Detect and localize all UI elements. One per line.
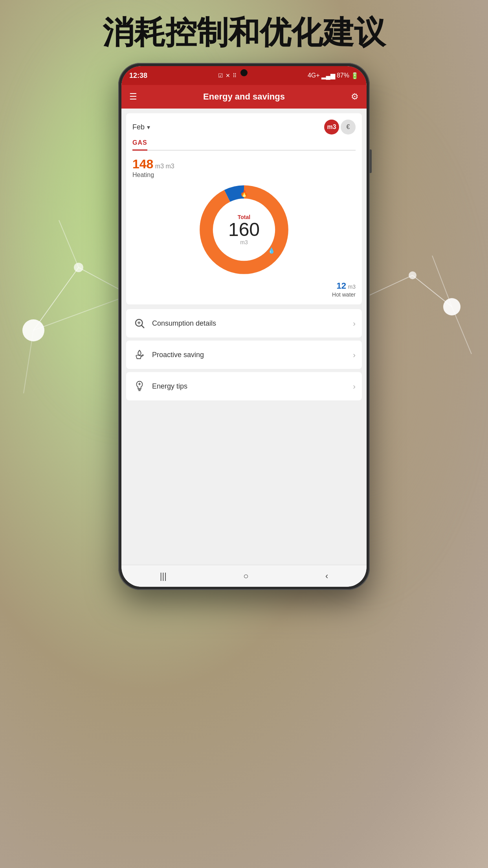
svg-line-3 [33,267,79,330]
proactive-saving-label: Proactive saving [152,351,204,359]
proactive-icon-wrap [132,348,147,362]
energy-tips-chevron-icon: › [353,382,356,391]
page-title: 消耗控制和优化建议 [0,12,488,54]
battery-text: 87% [337,72,349,79]
heating-value: 148 [132,157,153,171]
unit-euro-button[interactable]: € [341,120,356,135]
check-icon: ☑ [218,72,223,79]
energy-icon-wrap [132,379,147,393]
phone-inner: 12:38 ☑ ✕ ⠿ 4G+ ▂▄▆ 87% 🔋 ☰ Energy and s [121,66,367,587]
donut-total-value: 160 [228,220,260,239]
heating-stat: 148 m3 m3 Heating [132,157,356,179]
consumption-details-item[interactable]: Consumption details › [126,309,362,337]
nav-recent-button[interactable]: ||| [160,571,167,581]
month-label: Feb [132,123,145,131]
heating-label: Heating [132,171,154,178]
chart-card: Feb ▾ m3 € GAS 148 [126,113,362,304]
settings-icon[interactable]: ⚙ [351,92,359,102]
donut-center: Total 160 m3 [228,214,260,245]
x-icon: ✕ [226,72,230,79]
energy-tips-label: Energy tips [152,382,187,391]
tab-row: GAS [132,139,356,151]
svg-text:💧: 💧 [268,247,275,254]
month-row: Feb ▾ m3 € [132,120,356,135]
hamburger-icon[interactable]: ☰ [129,92,137,102]
search-plus-icon [134,317,145,329]
tab-gas[interactable]: GAS [132,139,147,151]
month-dropdown-arrow: ▾ [147,123,150,131]
grid-icon: ⠿ [233,72,237,79]
energy-tips-item[interactable]: Energy tips › [126,372,362,400]
donut-chart: 🔥 💧 Total 160 m3 [197,182,291,277]
phone-screen: 12:38 ☑ ✕ ⠿ 4G+ ▂▄▆ 87% 🔋 ☰ Energy and s [121,66,367,587]
heating-unit-text: m3 [166,163,174,170]
lightbulb-icon [134,380,145,392]
status-icons: ☑ ✕ ⠿ [218,72,237,79]
phone-power-button [370,149,372,173]
hotwater-unit: m3 [348,284,356,290]
proactive-chevron-icon: › [353,350,356,359]
svg-line-6 [59,220,79,267]
heating-unit: m3 [155,163,164,170]
camera-notch [240,69,248,76]
hotwater-label: Hot water [332,291,356,298]
consumption-icon-wrap [132,316,147,330]
phone-shell: 12:38 ☑ ✕ ⠿ 4G+ ▂▄▆ 87% 🔋 ☰ Energy and s [118,63,370,590]
bottom-nav: ||| ○ ‹ [121,565,367,587]
unit-toggle: m3 € [324,120,356,135]
menu-left-energy: Energy tips [132,379,187,393]
app-bar: ☰ Energy and savings ⚙ [121,85,367,109]
menu-left-proactive: Proactive saving [132,348,204,362]
status-time: 12:38 [129,72,147,80]
nav-back-button[interactable]: ‹ [325,571,328,581]
svg-line-13 [452,307,471,354]
battery-icon: 🔋 [351,72,359,79]
svg-text:🔥: 🔥 [240,190,248,198]
status-right: 4G+ ▂▄▆ 87% 🔋 [308,72,359,79]
menu-left-consumption: Consumption details [132,316,216,330]
nav-home-button[interactable]: ○ [243,571,248,581]
consumption-chevron-icon: › [353,319,356,328]
signal-bars: ▂▄▆ [321,72,335,79]
unit-m3-button[interactable]: m3 [324,120,339,135]
donut-total-unit: m3 [228,239,260,245]
hand-saving-icon [134,349,145,361]
app-bar-title: Energy and savings [203,92,285,102]
svg-line-5 [33,295,130,330]
hotwater-stat: 12 m3 Hot water [132,281,356,298]
hotwater-value: 12 [337,281,346,291]
consumption-details-label: Consumption details [152,319,216,328]
proactive-saving-item[interactable]: Proactive saving › [126,341,362,369]
svg-line-21 [141,325,144,328]
signal-text: 4G+ [308,72,320,79]
month-selector[interactable]: Feb ▾ [132,123,150,131]
